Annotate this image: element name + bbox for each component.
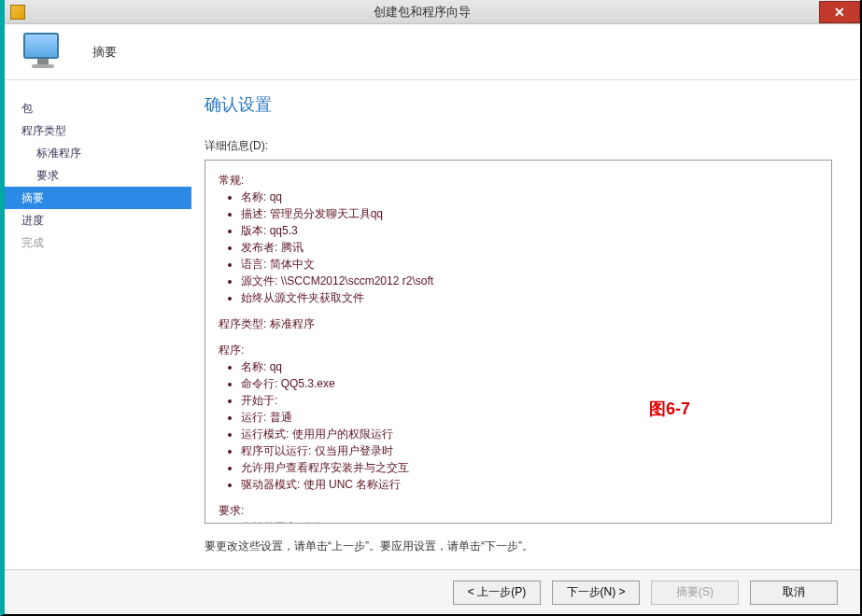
program-interact: 允许用户查看程序安装并与之交互 <box>241 459 818 476</box>
window-title: 创建包和程序向导 <box>25 4 819 21</box>
program-cmd: 命令行: QQ5.3.exe <box>241 375 818 392</box>
program-canrun: 程序可以运行: 仅当用户登录时 <box>241 442 818 459</box>
general-source: 源文件: \\SCCM2012\sccm2012 r2\soft <box>241 273 818 289</box>
general-language: 语言: 简体中文 <box>241 256 818 273</box>
section-program: 程序: 名称: qq 命令行: QQ5.3.exe 开始于: 运行: 普通 运行… <box>219 342 818 493</box>
general-version: 版本: qq5.3 <box>241 222 818 239</box>
nav-package[interactable]: 包 <box>5 97 191 119</box>
titlebar: 创建包和程序向导 ✕ <box>5 0 860 24</box>
nav-program-type[interactable]: 程序类型 <box>5 119 191 142</box>
general-publisher: 发布者: 腾讯 <box>241 239 818 256</box>
main-panel: 确认设置 详细信息(D): 常规: 名称: qq 描述: 管理员分发聊天工具qq… <box>191 80 860 569</box>
sidebar: 包 程序类型 标准程序 要求 摘要 进度 完成 <box>5 80 191 569</box>
details-label: 详细信息(D): <box>205 138 832 154</box>
req-platforms: 支持的平台: 任何 <box>241 519 818 524</box>
program-startin: 开始于: <box>241 392 818 409</box>
hint-text: 要更改这些设置，请单击“上一步”。要应用设置，请单击“下一步”。 <box>205 539 832 554</box>
next-button[interactable]: 下一步(N) > <box>552 581 640 605</box>
section-general-title: 常规: <box>219 172 818 189</box>
section-requirements: 要求: 支持的平台: 任何 允许的最大运行时间(分钟): 120 <box>219 502 818 524</box>
program-run: 运行: 普通 <box>241 409 818 426</box>
nav-completion: 完成 <box>5 231 191 254</box>
details-box[interactable]: 常规: 名称: qq 描述: 管理员分发聊天工具qq 版本: qq5.3 发布者… <box>205 160 832 524</box>
program-type-title: 程序类型: 标准程序 <box>219 315 818 332</box>
wizard-footer: < 上一步(P) 下一步(N) > 摘要(S) 取消 <box>5 569 860 614</box>
program-name: 名称: qq <box>241 358 818 375</box>
general-name: 名称: qq <box>241 189 818 205</box>
monitor-icon <box>23 33 63 72</box>
close-button[interactable]: ✕ <box>819 1 860 23</box>
wizard-header: 摘要 <box>5 24 860 80</box>
program-drivermode: 驱动器模式: 使用 UNC 名称运行 <box>241 476 818 493</box>
step-title: 摘要 <box>92 44 117 61</box>
nav-requirements[interactable]: 要求 <box>5 164 191 187</box>
cancel-button[interactable]: 取消 <box>750 581 838 605</box>
nav-standard-program[interactable]: 标准程序 <box>5 142 191 164</box>
wizard-body: 包 程序类型 标准程序 要求 摘要 进度 完成 确认设置 详细信息(D): 常规… <box>5 80 860 569</box>
confirm-heading: 确认设置 <box>205 93 832 116</box>
section-program-title: 程序: <box>219 342 818 358</box>
summary-button: 摘要(S) <box>651 581 739 605</box>
app-icon <box>10 5 25 20</box>
nav-progress[interactable]: 进度 <box>5 209 191 231</box>
general-description: 描述: 管理员分发聊天工具qq <box>241 205 818 222</box>
wizard-window: 创建包和程序向导 ✕ 摘要 包 程序类型 标准程序 要求 摘要 进度 完成 确认… <box>0 0 862 616</box>
general-always-source: 始终从源文件夹获取文件 <box>241 289 818 306</box>
previous-button[interactable]: < 上一步(P) <box>453 581 541 605</box>
section-program-type: 程序类型: 标准程序 <box>219 315 818 332</box>
nav-summary[interactable]: 摘要 <box>5 187 191 209</box>
section-requirements-title: 要求: <box>219 502 818 519</box>
section-general: 常规: 名称: qq 描述: 管理员分发聊天工具qq 版本: qq5.3 发布者… <box>219 172 818 306</box>
program-runmode: 运行模式: 使用用户的权限运行 <box>241 426 818 442</box>
